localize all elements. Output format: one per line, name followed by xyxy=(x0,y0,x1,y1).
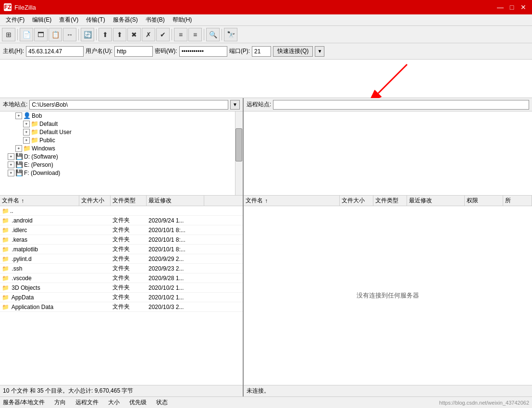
file-row-keras[interactable]: 📁 .keras 文件夹 2020/10/1 8:... xyxy=(0,235,243,245)
tree-scroll[interactable]: + 👤 Bob + 📁 Default + 📁 Default User xyxy=(0,111,243,195)
remote-col-header-type[interactable]: 文件类型 xyxy=(373,196,407,206)
local-tree[interactable]: + 👤 Bob + 📁 Default + 📁 Default User xyxy=(0,111,243,196)
toolbar-sep-6 xyxy=(222,29,222,40)
remote-col-header-name[interactable]: 文件名 ↑ xyxy=(244,196,340,206)
connect-button[interactable]: 快速连接(Q) xyxy=(273,46,313,57)
bottom-tab-server-local[interactable]: 服务器/本地文件 xyxy=(3,398,45,407)
tree-label-e: E: (Person) xyxy=(24,161,53,168)
file-row-vscode[interactable]: 📁 .vscode 文件夹 2020/9/28 1... xyxy=(0,273,243,283)
expander-default-user[interactable]: + xyxy=(23,129,30,136)
file-row-pylint[interactable]: 📁 .pylint.d 文件夹 2020/9/29 2... xyxy=(0,254,243,264)
remote-file-list-header: 文件名 ↑ 文件大小 文件类型 最近修改 权限 所 xyxy=(244,196,532,206)
user-input[interactable] xyxy=(114,46,153,57)
col-header-type[interactable]: 文件类型 xyxy=(111,196,147,206)
maximize-button[interactable]: □ xyxy=(507,2,517,12)
toolbar-btn-13[interactable]: 🔭 xyxy=(224,28,237,41)
file-row-idlerc[interactable]: 📁 .idlerc 文件夹 2020/10/1 8:... xyxy=(0,225,243,235)
menu-server[interactable]: 服务器(S) xyxy=(109,15,142,25)
host-input[interactable] xyxy=(26,46,84,57)
menu-help[interactable]: 帮助(H) xyxy=(169,15,196,25)
expander-public[interactable]: + xyxy=(23,137,30,144)
file-row-3dobjects[interactable]: 📁 3D Objects 文件夹 2020/10/2 1... xyxy=(0,283,243,293)
toolbar-btn-10[interactable]: ✔ xyxy=(156,28,170,41)
col-header-modified[interactable]: 最近修改 xyxy=(147,196,204,206)
toolbar-btn-2[interactable]: 📄 xyxy=(20,28,33,41)
toolbar-btn-11[interactable]: ≡ xyxy=(174,28,187,41)
file-row-android[interactable]: 📁 .android 文件夹 2020/9/24 1... xyxy=(0,216,243,225)
expander-bob[interactable]: + xyxy=(15,112,22,119)
expander-default[interactable]: + xyxy=(23,121,30,127)
tree-item-d[interactable]: + 💾 D: (Software) xyxy=(0,152,243,161)
bottom-tab-size[interactable]: 大小 xyxy=(108,398,120,407)
menu-edit[interactable]: 编辑(E) xyxy=(28,15,55,25)
remote-col-header-modified[interactable]: 最近修改 xyxy=(407,196,465,206)
remote-col-header-perm[interactable]: 权限 xyxy=(465,196,503,206)
file-name-parent: 📁.. xyxy=(0,208,79,214)
tree-scrollbar-thumb[interactable] xyxy=(235,128,242,162)
toolbar-btn-12[interactable]: ≡ xyxy=(188,28,202,41)
pass-input[interactable] xyxy=(179,46,227,57)
connect-dropdown[interactable]: ▼ xyxy=(315,46,324,57)
file-row-appdata2[interactable]: 📁 Application Data 文件夹 2020/10/3 2... xyxy=(0,302,243,312)
port-input[interactable] xyxy=(252,46,271,57)
folder-icon-android: 📁 xyxy=(2,217,9,224)
title-bar-left: FZ FileZilla xyxy=(4,3,36,11)
file-modified-vscode: 2020/9/28 1... xyxy=(147,275,204,282)
local-panel-header: 本地站点: ▼ xyxy=(0,98,243,111)
bottom-tab-direction[interactable]: 方向 xyxy=(54,398,66,407)
file-row-ssh[interactable]: 📁 .ssh 文件夹 2020/9/23 2... xyxy=(0,264,243,273)
file-name-matplotlib: 📁 .matplotlib xyxy=(0,246,79,253)
folder-icon-idlerc: 📁 xyxy=(2,227,9,234)
bottom-tab-remote-file[interactable]: 远程文件 xyxy=(75,398,99,407)
tree-item-f[interactable]: + 💾 F: (Download) xyxy=(0,169,243,177)
file-type-keras: 文件夹 xyxy=(111,235,147,244)
menu-file[interactable]: 文件(F) xyxy=(2,15,28,25)
file-row-appdata[interactable]: 📁 AppData 文件夹 2020/10/2 1... xyxy=(0,293,243,302)
minimize-button[interactable]: — xyxy=(495,2,505,12)
menu-bookmarks[interactable]: 书签(B) xyxy=(142,15,169,25)
toolbar-btn-7[interactable]: ⬆ xyxy=(99,28,112,41)
toolbar-btn-9[interactable]: ✗ xyxy=(142,28,155,41)
tree-label-d: D: (Software) xyxy=(24,153,58,160)
arrow-annotation-area xyxy=(0,60,532,98)
expander-f[interactable]: + xyxy=(8,170,14,176)
expander-e[interactable]: + xyxy=(8,161,14,168)
toolbar-btn-1[interactable]: ⊞ xyxy=(2,28,15,41)
file-modified-appdata2: 2020/10/3 2... xyxy=(147,304,204,310)
menu-view[interactable]: 查看(V) xyxy=(55,15,82,25)
tree-item-default[interactable]: + 📁 Default xyxy=(0,120,243,128)
tree-item-default-user[interactable]: + 📁 Default User xyxy=(0,128,243,136)
toolbar-btn-4[interactable]: 📋 xyxy=(49,28,62,41)
local-file-body[interactable]: 📁.. 📁 .android 文件夹 2020/9/24 1... xyxy=(0,206,243,385)
remote-path-input[interactable] xyxy=(273,100,529,110)
expander-windows[interactable]: + xyxy=(15,145,22,152)
bottom-tab-state[interactable]: 状态 xyxy=(156,398,168,407)
bottom-tab-priority[interactable]: 优先级 xyxy=(129,398,147,407)
toolbar-btn-5[interactable]: ↔ xyxy=(63,28,76,41)
col-header-name[interactable]: 文件名 ↑ xyxy=(0,196,79,206)
toolbar-btn-3[interactable]: 🗖 xyxy=(34,28,48,41)
tree-scrollbar[interactable] xyxy=(235,111,243,195)
file-type-idlerc: 文件夹 xyxy=(111,226,147,234)
tree-item-e[interactable]: + 💾 E: (Person) xyxy=(0,161,243,169)
tree-item-public[interactable]: + 📁 Public xyxy=(0,136,243,144)
file-row-matplotlib[interactable]: 📁 .matplotlib 文件夹 2020/10/1 8:... xyxy=(0,245,243,254)
close-button[interactable]: ✕ xyxy=(519,2,528,12)
toolbar-stop[interactable]: ✖ xyxy=(127,28,141,41)
menu-transfer[interactable]: 传输(T) xyxy=(82,15,109,25)
toolbar-btn-8[interactable]: ⬆ xyxy=(113,28,126,41)
svg-line-1 xyxy=(378,64,407,93)
local-path-input[interactable] xyxy=(29,100,228,110)
main-area: 本地站点: ▼ + 👤 Bob + 📁 Default xyxy=(0,98,532,396)
toolbar-search[interactable]: 🔍 xyxy=(206,28,220,41)
tree-item-bob[interactable]: + 👤 Bob xyxy=(0,111,243,120)
tree-item-windows[interactable]: + 📁 Windows xyxy=(0,144,243,152)
remote-col-header-size[interactable]: 文件大小 xyxy=(340,196,373,206)
file-row-parent[interactable]: 📁.. xyxy=(0,206,243,216)
remote-col-header-owner[interactable]: 所 xyxy=(503,196,532,206)
local-path-dropdown[interactable]: ▼ xyxy=(230,100,240,110)
col-header-size[interactable]: 文件大小 xyxy=(79,196,111,206)
app-title: FileZilla xyxy=(14,4,36,11)
expander-d[interactable]: + xyxy=(8,153,14,160)
toolbar-refresh[interactable]: 🔄 xyxy=(81,28,94,41)
